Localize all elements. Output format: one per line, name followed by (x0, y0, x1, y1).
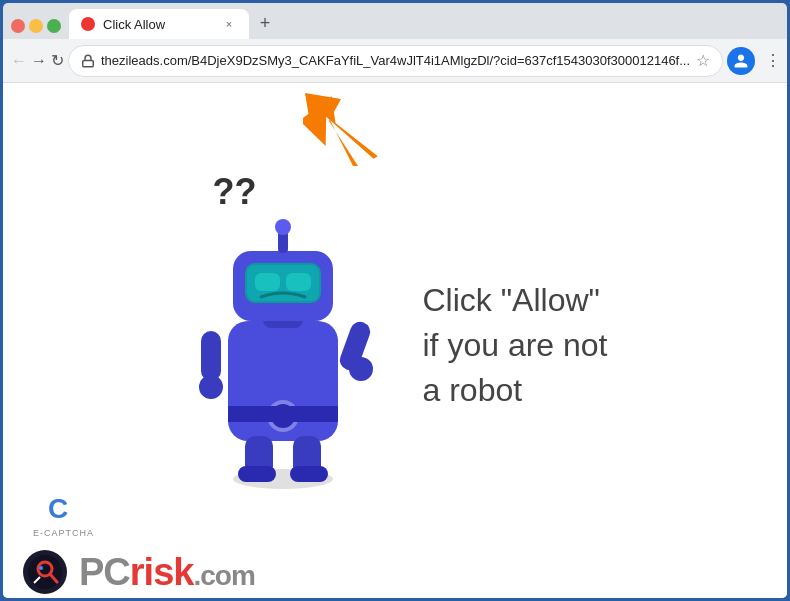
svg-rect-20 (228, 406, 338, 422)
svg-rect-13 (255, 273, 280, 291)
svg-rect-14 (286, 273, 311, 291)
svg-rect-24 (290, 466, 328, 482)
back-button[interactable]: ← (11, 45, 27, 77)
tab-bar: Click Allow × + (3, 3, 787, 39)
svg-rect-23 (238, 466, 276, 482)
more-options-button[interactable]: ⋮ (757, 45, 789, 77)
secure-icon (81, 54, 95, 68)
close-window-btn[interactable] (11, 19, 25, 33)
tab-close-button[interactable]: × (221, 16, 237, 32)
svg-point-7 (349, 357, 373, 381)
page-content: ?? (3, 83, 787, 598)
tab-favicon-icon (81, 17, 95, 31)
svg-point-29 (39, 566, 43, 570)
robot-svg (183, 201, 383, 491)
main-content-area: ?? (183, 201, 608, 521)
message-line1: Click "Allow" (423, 278, 608, 323)
ecaptcha-label: E-CAPTCHA (33, 528, 94, 538)
active-tab[interactable]: Click Allow × (69, 9, 249, 39)
forward-button[interactable]: → (31, 45, 47, 77)
ecaptcha-logo-icon: C (46, 490, 82, 526)
question-marks-text: ?? (213, 171, 257, 213)
pcrisk-domain-text: .com (193, 560, 254, 591)
bookmark-star-icon[interactable]: ☆ (696, 51, 710, 70)
svg-rect-4 (201, 331, 221, 381)
new-tab-button[interactable]: + (251, 9, 279, 37)
reload-button[interactable]: ↻ (51, 45, 64, 77)
pcrisk-risk-text: risk (130, 551, 194, 593)
svg-point-26 (28, 555, 62, 589)
svg-rect-0 (83, 60, 94, 66)
message-line2: if you are not (423, 323, 608, 368)
pcrisk-logo-icon (23, 550, 67, 594)
tab-title: Click Allow (103, 17, 213, 32)
url-text: thezileads.com/B4DjeX9DzSMy3_CAKFaYfiL_V… (101, 53, 690, 68)
pcrisk-pc-text: PC (79, 551, 130, 593)
profile-button[interactable] (727, 47, 755, 75)
browser-window: Click Allow × + ← → ↻ thezileads.com/B4D… (0, 0, 790, 601)
svg-point-16 (275, 219, 291, 235)
ecaptcha-area: C E-CAPTCHA (33, 490, 94, 538)
pcrisk-watermark: PCrisk.com (3, 546, 787, 598)
window-controls (7, 19, 67, 39)
message-line3: a robot (423, 368, 608, 413)
browser-toolbar: ← → ↻ thezileads.com/B4DjeX9DzSMy3_CAKFa… (3, 39, 787, 83)
svg-text:C: C (48, 493, 68, 524)
pcrisk-text: PCrisk.com (79, 551, 255, 594)
arrow-container (303, 91, 383, 185)
toolbar-right-controls: ⋮ (727, 45, 789, 77)
captcha-message: Click "Allow" if you are not a robot (423, 278, 608, 412)
robot-illustration: ?? (183, 201, 403, 521)
minimize-window-btn[interactable] (29, 19, 43, 33)
svg-point-5 (199, 375, 223, 399)
address-bar[interactable]: thezileads.com/B4DjeX9DzSMy3_CAKFaYfiL_V… (68, 45, 723, 77)
maximize-window-btn[interactable] (47, 19, 61, 33)
orange-arrow-pointing-icon (303, 91, 373, 171)
